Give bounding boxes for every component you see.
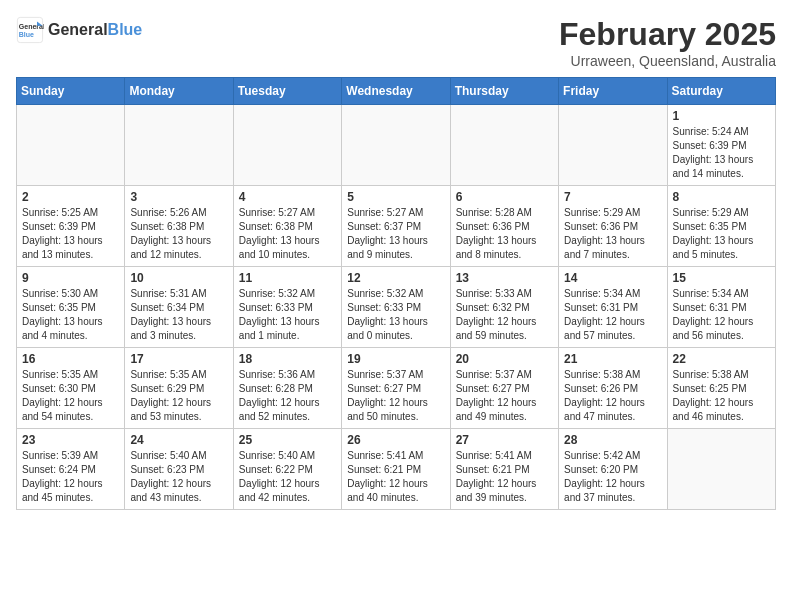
calendar-cell: 22Sunrise: 5:38 AM Sunset: 6:25 PM Dayli… <box>667 348 775 429</box>
calendar-cell: 1Sunrise: 5:24 AM Sunset: 6:39 PM Daylig… <box>667 105 775 186</box>
location: Urraween, Queensland, Australia <box>559 53 776 69</box>
day-info: Sunrise: 5:27 AM Sunset: 6:38 PM Dayligh… <box>239 206 336 262</box>
svg-rect-0 <box>17 17 42 42</box>
day-info: Sunrise: 5:30 AM Sunset: 6:35 PM Dayligh… <box>22 287 119 343</box>
day-number: 5 <box>347 190 444 204</box>
day-number: 28 <box>564 433 661 447</box>
column-header-monday: Monday <box>125 78 233 105</box>
day-info: Sunrise: 5:29 AM Sunset: 6:36 PM Dayligh… <box>564 206 661 262</box>
calendar-cell: 26Sunrise: 5:41 AM Sunset: 6:21 PM Dayli… <box>342 429 450 510</box>
day-number: 26 <box>347 433 444 447</box>
day-info: Sunrise: 5:41 AM Sunset: 6:21 PM Dayligh… <box>456 449 553 505</box>
month-year: February 2025 <box>559 16 776 53</box>
column-header-friday: Friday <box>559 78 667 105</box>
day-info: Sunrise: 5:32 AM Sunset: 6:33 PM Dayligh… <box>239 287 336 343</box>
day-info: Sunrise: 5:35 AM Sunset: 6:29 PM Dayligh… <box>130 368 227 424</box>
day-info: Sunrise: 5:41 AM Sunset: 6:21 PM Dayligh… <box>347 449 444 505</box>
calendar-cell: 13Sunrise: 5:33 AM Sunset: 6:32 PM Dayli… <box>450 267 558 348</box>
day-number: 19 <box>347 352 444 366</box>
day-number: 12 <box>347 271 444 285</box>
logo-general: General <box>48 21 108 39</box>
day-info: Sunrise: 5:38 AM Sunset: 6:26 PM Dayligh… <box>564 368 661 424</box>
day-number: 7 <box>564 190 661 204</box>
calendar-cell <box>125 105 233 186</box>
calendar-cell: 18Sunrise: 5:36 AM Sunset: 6:28 PM Dayli… <box>233 348 341 429</box>
calendar-cell: 19Sunrise: 5:37 AM Sunset: 6:27 PM Dayli… <box>342 348 450 429</box>
calendar-cell: 24Sunrise: 5:40 AM Sunset: 6:23 PM Dayli… <box>125 429 233 510</box>
day-number: 18 <box>239 352 336 366</box>
calendar-week-row: 23Sunrise: 5:39 AM Sunset: 6:24 PM Dayli… <box>17 429 776 510</box>
day-number: 14 <box>564 271 661 285</box>
svg-text:General: General <box>19 23 44 30</box>
calendar-cell: 20Sunrise: 5:37 AM Sunset: 6:27 PM Dayli… <box>450 348 558 429</box>
day-info: Sunrise: 5:39 AM Sunset: 6:24 PM Dayligh… <box>22 449 119 505</box>
column-header-sunday: Sunday <box>17 78 125 105</box>
day-info: Sunrise: 5:24 AM Sunset: 6:39 PM Dayligh… <box>673 125 770 181</box>
day-info: Sunrise: 5:40 AM Sunset: 6:22 PM Dayligh… <box>239 449 336 505</box>
day-number: 21 <box>564 352 661 366</box>
day-number: 15 <box>673 271 770 285</box>
day-info: Sunrise: 5:38 AM Sunset: 6:25 PM Dayligh… <box>673 368 770 424</box>
calendar-cell <box>450 105 558 186</box>
calendar-cell: 7Sunrise: 5:29 AM Sunset: 6:36 PM Daylig… <box>559 186 667 267</box>
calendar-cell <box>17 105 125 186</box>
logo: General Blue GeneralBlue <box>16 16 142 44</box>
calendar-cell: 21Sunrise: 5:38 AM Sunset: 6:26 PM Dayli… <box>559 348 667 429</box>
column-header-saturday: Saturday <box>667 78 775 105</box>
day-number: 9 <box>22 271 119 285</box>
day-number: 8 <box>673 190 770 204</box>
day-info: Sunrise: 5:32 AM Sunset: 6:33 PM Dayligh… <box>347 287 444 343</box>
calendar-cell: 15Sunrise: 5:34 AM Sunset: 6:31 PM Dayli… <box>667 267 775 348</box>
calendar-cell: 4Sunrise: 5:27 AM Sunset: 6:38 PM Daylig… <box>233 186 341 267</box>
calendar-week-row: 16Sunrise: 5:35 AM Sunset: 6:30 PM Dayli… <box>17 348 776 429</box>
calendar-week-row: 2Sunrise: 5:25 AM Sunset: 6:39 PM Daylig… <box>17 186 776 267</box>
day-info: Sunrise: 5:29 AM Sunset: 6:35 PM Dayligh… <box>673 206 770 262</box>
calendar-cell: 27Sunrise: 5:41 AM Sunset: 6:21 PM Dayli… <box>450 429 558 510</box>
day-number: 23 <box>22 433 119 447</box>
calendar-cell: 23Sunrise: 5:39 AM Sunset: 6:24 PM Dayli… <box>17 429 125 510</box>
column-header-thursday: Thursday <box>450 78 558 105</box>
day-number: 24 <box>130 433 227 447</box>
title-block: February 2025 Urraween, Queensland, Aust… <box>559 16 776 69</box>
calendar-cell: 11Sunrise: 5:32 AM Sunset: 6:33 PM Dayli… <box>233 267 341 348</box>
day-number: 3 <box>130 190 227 204</box>
day-number: 4 <box>239 190 336 204</box>
logo-icon: General Blue <box>16 16 44 44</box>
day-info: Sunrise: 5:37 AM Sunset: 6:27 PM Dayligh… <box>456 368 553 424</box>
day-number: 17 <box>130 352 227 366</box>
calendar-cell: 9Sunrise: 5:30 AM Sunset: 6:35 PM Daylig… <box>17 267 125 348</box>
day-info: Sunrise: 5:28 AM Sunset: 6:36 PM Dayligh… <box>456 206 553 262</box>
calendar-cell: 3Sunrise: 5:26 AM Sunset: 6:38 PM Daylig… <box>125 186 233 267</box>
day-number: 2 <box>22 190 119 204</box>
day-number: 20 <box>456 352 553 366</box>
calendar-cell: 10Sunrise: 5:31 AM Sunset: 6:34 PM Dayli… <box>125 267 233 348</box>
calendar-cell: 14Sunrise: 5:34 AM Sunset: 6:31 PM Dayli… <box>559 267 667 348</box>
day-info: Sunrise: 5:26 AM Sunset: 6:38 PM Dayligh… <box>130 206 227 262</box>
calendar-cell: 28Sunrise: 5:42 AM Sunset: 6:20 PM Dayli… <box>559 429 667 510</box>
calendar-cell <box>342 105 450 186</box>
column-header-tuesday: Tuesday <box>233 78 341 105</box>
day-info: Sunrise: 5:31 AM Sunset: 6:34 PM Dayligh… <box>130 287 227 343</box>
day-info: Sunrise: 5:27 AM Sunset: 6:37 PM Dayligh… <box>347 206 444 262</box>
calendar-cell: 17Sunrise: 5:35 AM Sunset: 6:29 PM Dayli… <box>125 348 233 429</box>
day-info: Sunrise: 5:35 AM Sunset: 6:30 PM Dayligh… <box>22 368 119 424</box>
day-number: 1 <box>673 109 770 123</box>
day-info: Sunrise: 5:36 AM Sunset: 6:28 PM Dayligh… <box>239 368 336 424</box>
calendar-cell <box>667 429 775 510</box>
calendar-table: SundayMondayTuesdayWednesdayThursdayFrid… <box>16 77 776 510</box>
calendar-cell: 6Sunrise: 5:28 AM Sunset: 6:36 PM Daylig… <box>450 186 558 267</box>
day-number: 6 <box>456 190 553 204</box>
calendar-week-row: 1Sunrise: 5:24 AM Sunset: 6:39 PM Daylig… <box>17 105 776 186</box>
calendar-header-row: SundayMondayTuesdayWednesdayThursdayFrid… <box>17 78 776 105</box>
calendar-cell: 12Sunrise: 5:32 AM Sunset: 6:33 PM Dayli… <box>342 267 450 348</box>
page-header: General Blue GeneralBlue February 2025 U… <box>16 16 776 69</box>
calendar-cell <box>559 105 667 186</box>
column-header-wednesday: Wednesday <box>342 78 450 105</box>
calendar-cell <box>233 105 341 186</box>
day-info: Sunrise: 5:25 AM Sunset: 6:39 PM Dayligh… <box>22 206 119 262</box>
calendar-week-row: 9Sunrise: 5:30 AM Sunset: 6:35 PM Daylig… <box>17 267 776 348</box>
day-number: 10 <box>130 271 227 285</box>
calendar-cell: 2Sunrise: 5:25 AM Sunset: 6:39 PM Daylig… <box>17 186 125 267</box>
day-info: Sunrise: 5:42 AM Sunset: 6:20 PM Dayligh… <box>564 449 661 505</box>
day-number: 16 <box>22 352 119 366</box>
